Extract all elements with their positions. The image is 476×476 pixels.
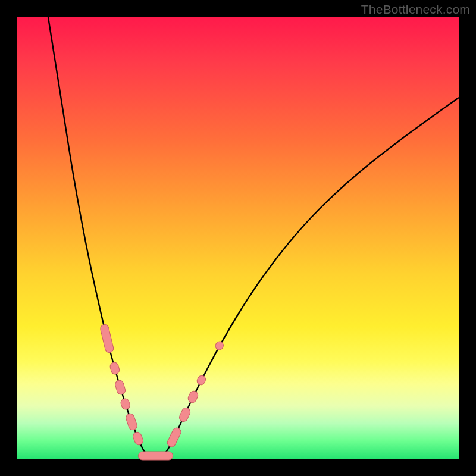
chart-frame: TheBottleneck.com	[0, 0, 476, 476]
curve-bead	[196, 374, 207, 386]
curve-bead	[178, 406, 192, 423]
curve-bead	[139, 452, 173, 460]
plot-area	[17, 17, 459, 459]
curve-bead	[214, 340, 225, 351]
curve-bead	[114, 379, 126, 395]
watermark-text: TheBottleneck.com	[361, 2, 470, 17]
bottleneck-curve	[48, 17, 459, 457]
curve-bead	[131, 431, 144, 446]
curve-bead	[125, 412, 138, 431]
curve-bead	[166, 427, 182, 449]
bead-group	[99, 324, 224, 460]
curve-bead	[187, 390, 199, 404]
curve-bead	[99, 324, 114, 353]
curve-bead	[109, 361, 120, 375]
curve-layer	[17, 17, 459, 459]
curve-bead	[120, 397, 131, 411]
